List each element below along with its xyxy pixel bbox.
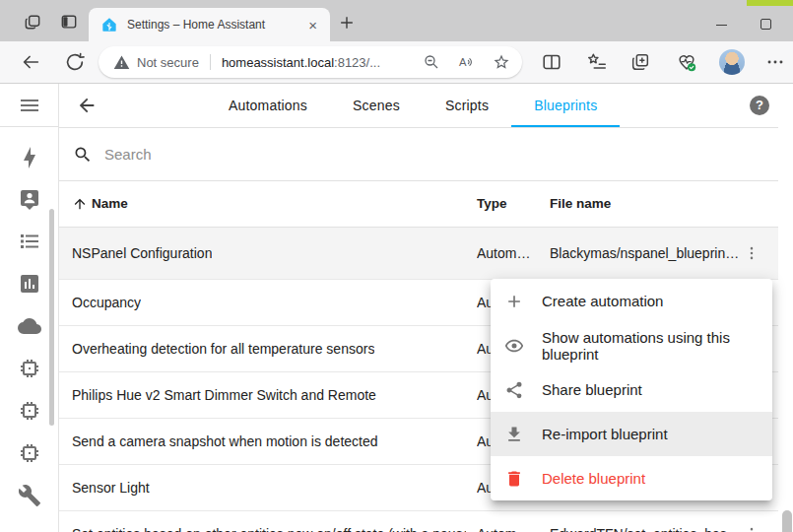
new-tab-icon[interactable] [337,13,357,33]
trash-icon [504,469,524,489]
tab-scenes[interactable]: Scenes [330,84,423,127]
column-header-file[interactable]: File name [550,196,611,211]
row-file: EdwardTFN/set_entities_bas… [550,526,743,532]
column-header-name[interactable]: Name [92,196,128,211]
window-minimize-button[interactable] [716,25,727,26]
todo-list-icon[interactable] [18,230,41,253]
row-name: Set entities based on other entities new… [72,526,466,532]
lightning-bolt-icon[interactable] [18,146,41,169]
profile-avatar[interactable] [719,49,745,75]
more-menu-icon[interactable] [764,51,786,73]
menu-item-label: Create automation [542,293,663,309]
search-row [59,128,778,181]
row-name: Occupancy [72,295,141,310]
row-name: Sensor Light [72,480,150,496]
tab-blueprints[interactable]: Blueprints [511,84,620,127]
menu-item-show-automations[interactable]: Show automations using this blueprint [491,323,772,367]
read-aloud-icon[interactable]: A [457,53,476,71]
row-name: NSPanel Configuration [72,245,212,261]
tab-scripts[interactable]: Scripts [423,84,511,127]
home-assistant-page: Automations Scenes Scripts Blueprints ? … [0,84,793,532]
share-icon [504,380,524,400]
ha-settings-header: Automations Scenes Scripts Blueprints ? [59,84,778,128]
history-chart-icon[interactable] [18,272,41,296]
blueprint-context-menu: Create automation Show automations using… [491,279,772,500]
menu-item-delete-blueprint[interactable]: Delete blueprint [491,456,772,500]
menu-item-share-blueprint[interactable]: Share blueprint [491,367,772,412]
menu-icon[interactable] [18,94,41,117]
table-row[interactable]: Set entities based on other entities new… [59,511,778,532]
table-header: Name Type File name [59,181,778,228]
page-scrollbar-thumb[interactable] [782,510,792,532]
device-chip-icon[interactable] [18,357,41,380]
address-divider [210,54,211,70]
home-assistant-favicon [101,17,117,33]
back-icon[interactable] [20,51,41,73]
download-icon [504,425,524,444]
window-maximize-button[interactable] [760,19,771,30]
row-name: Send a camera snapshot when motion is de… [72,433,378,449]
menu-item-label: Delete blueprint [542,470,645,487]
row-name: Philips Hue v2 Smart Dimmer Switch and R… [72,387,376,403]
device-chip-icon[interactable] [18,399,41,423]
search-icon [73,145,93,165]
search-input[interactable] [104,146,597,163]
voice-assistant-icon[interactable] [18,187,41,211]
help-icon[interactable]: ? [750,96,769,115]
svg-text:A: A [459,56,467,68]
menu-item-label: Share blueprint [542,381,642,398]
menu-item-label: Show automations using this blueprint [542,329,772,363]
table-row[interactable]: NSPanel Configuration Autom… Blackymas/n… [59,228,778,280]
row-overflow-menu-icon[interactable] [743,244,760,262]
favorite-star-icon[interactable] [493,53,510,71]
browser-tab[interactable]: Settings – Home Assistant × [89,8,330,41]
plus-icon [504,292,524,311]
url-path: :8123/... [334,55,380,70]
row-type: Autom… [477,245,546,261]
tab-stack-icon[interactable] [23,12,42,32]
not-secure-warning-icon [113,54,130,71]
url-host: homeassistant.local [222,55,334,70]
tab-title: Settings – Home Assistant [127,18,305,32]
duplicate-tab-icon[interactable] [629,51,651,73]
browser-tab-strip: Settings – Home Assistant × [0,0,793,41]
menu-item-label: Re-import blueprint [542,426,668,442]
tools-wrench-icon[interactable] [18,484,41,507]
row-name: Overheating detection for all temperatur… [72,341,374,357]
row-type: Autom… [477,526,546,532]
device-chip-icon[interactable] [18,441,41,465]
tab-automations[interactable]: Automations [206,84,330,127]
zoom-out-icon[interactable] [423,53,440,71]
browser-window: Settings – Home Assistant × Not secure h… [0,0,793,532]
sidebar-scrollbar[interactable] [49,209,54,426]
vertical-tabs-icon[interactable] [59,12,79,32]
address-bar[interactable]: Not secure homeassistant.local :8123/...… [99,46,522,78]
menu-item-reimport-blueprint[interactable]: Re-import blueprint [491,412,772,456]
column-header-type[interactable]: Type [477,196,507,211]
refresh-icon[interactable] [64,51,86,73]
page-scrollbar-track[interactable] [778,84,793,532]
collections-icon[interactable] [586,51,608,73]
ha-back-icon[interactable] [76,95,98,116]
ha-nav-tabs: Automations Scenes Scripts Blueprints [206,84,620,127]
screen-edge-artifact [747,0,793,6]
browser-essentials-icon[interactable] [676,51,697,73]
sort-ascending-icon[interactable] [72,196,88,212]
row-overflow-menu-icon[interactable] [743,525,760,532]
tab-close-icon[interactable]: × [305,17,320,33]
row-file: Blackymas/nspanel_blueprin… [550,245,743,261]
sidebar-header [0,84,58,127]
security-label: Not secure [137,55,199,70]
split-screen-icon[interactable] [541,51,562,73]
menu-item-create-automation[interactable]: Create automation [491,279,772,323]
ha-sidebar [0,84,59,532]
cloud-icon[interactable] [18,314,41,338]
eye-icon [504,336,524,356]
browser-toolbar: Not secure homeassistant.local :8123/...… [0,41,793,84]
